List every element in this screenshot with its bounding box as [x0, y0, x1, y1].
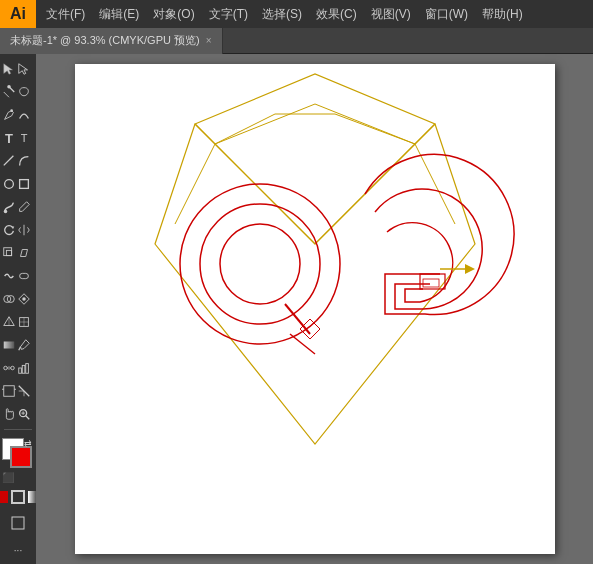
- paintbrush-tool[interactable]: [2, 196, 16, 218]
- line-tools-row: [2, 150, 34, 172]
- svg-rect-39: [28, 491, 36, 503]
- direct-selection-tool[interactable]: [17, 58, 31, 80]
- blend-tool[interactable]: [2, 357, 16, 379]
- curvature-tool[interactable]: [17, 104, 31, 126]
- svg-rect-37: [0, 491, 8, 503]
- arc-tool[interactable]: [17, 150, 31, 172]
- svg-line-1: [4, 92, 9, 97]
- magic-lasso-row: [2, 81, 34, 103]
- warp-tool[interactable]: [2, 265, 16, 287]
- svg-rect-6: [20, 180, 29, 189]
- type-tool[interactable]: T: [2, 127, 16, 149]
- selection-tool[interactable]: [2, 58, 16, 80]
- svg-rect-27: [4, 386, 15, 397]
- tab-close-button[interactable]: ×: [206, 35, 212, 46]
- eyedropper-tool[interactable]: [17, 334, 31, 356]
- svg-rect-38: [12, 491, 24, 503]
- menu-window[interactable]: 窗口(W): [419, 4, 474, 25]
- menu-bar: 文件(F) 编辑(E) 对象(O) 文字(T) 选择(S) 效果(C) 视图(V…: [36, 0, 533, 28]
- svg-marker-8: [12, 227, 15, 230]
- paint-tools-row: [2, 196, 34, 218]
- menu-effect[interactable]: 效果(C): [310, 4, 363, 25]
- menu-help[interactable]: 帮助(H): [476, 4, 529, 25]
- ellipse-tool[interactable]: [2, 173, 16, 195]
- scale-tool[interactable]: [2, 242, 16, 264]
- svg-point-43: [220, 224, 300, 304]
- artboard-tools-row: [2, 380, 34, 402]
- warp-tools-row: [2, 265, 34, 287]
- lasso-tool[interactable]: [17, 81, 31, 103]
- svg-marker-48: [465, 264, 475, 274]
- svg-rect-10: [6, 250, 11, 255]
- menu-type[interactable]: 文字(T): [203, 4, 254, 25]
- svg-rect-40: [12, 517, 24, 529]
- reflect-tool[interactable]: [17, 219, 31, 241]
- rotate-tool[interactable]: [2, 219, 16, 241]
- svg-rect-11: [4, 248, 12, 256]
- svg-rect-26: [26, 364, 29, 374]
- pen-tool[interactable]: [2, 104, 16, 126]
- gradient-tool[interactable]: [2, 334, 16, 356]
- shear-tool[interactable]: [17, 242, 31, 264]
- chart-tool[interactable]: [17, 357, 31, 379]
- svg-line-45: [290, 334, 315, 354]
- main-area: T T: [0, 54, 593, 564]
- swap-colors-icon[interactable]: ⇄: [24, 438, 32, 448]
- svg-line-21: [19, 347, 21, 351]
- rect-tool[interactable]: [17, 173, 31, 195]
- tab-bar: 未标题-1* @ 93.3% (CMYK/GPU 预览) ×: [0, 28, 593, 54]
- menu-view[interactable]: 视图(V): [365, 4, 417, 25]
- live-paint-tool[interactable]: [17, 288, 31, 310]
- document-tab[interactable]: 未标题-1* @ 93.3% (CMYK/GPU 预览) ×: [0, 28, 223, 54]
- app-logo: Ai: [0, 0, 36, 28]
- toolbar-divider: [4, 429, 32, 430]
- menu-file[interactable]: 文件(F): [40, 4, 91, 25]
- svg-line-4: [4, 156, 14, 166]
- svg-point-5: [5, 180, 14, 189]
- hand-tool[interactable]: [2, 403, 16, 425]
- pencil-tool[interactable]: [17, 196, 31, 218]
- artboard-tool[interactable]: [2, 380, 16, 402]
- toolbar: T T: [0, 54, 36, 564]
- svg-rect-12: [20, 273, 29, 278]
- shape-builder-tool[interactable]: [2, 288, 16, 310]
- svg-point-15: [22, 297, 26, 301]
- menu-edit[interactable]: 编辑(E): [93, 4, 145, 25]
- mesh-tool[interactable]: [17, 311, 31, 333]
- color-swatches[interactable]: ⬛ ⇄: [2, 438, 34, 483]
- canvas-area: [36, 54, 593, 564]
- selection-tools-row: [2, 58, 34, 80]
- svg-point-23: [11, 366, 15, 370]
- menu-object[interactable]: 对象(O): [147, 4, 200, 25]
- svg-point-42: [200, 204, 320, 324]
- slice-tool[interactable]: [17, 380, 31, 402]
- svg-point-7: [4, 210, 8, 214]
- menu-select[interactable]: 选择(S): [256, 4, 308, 25]
- more-tools[interactable]: ···: [4, 540, 32, 560]
- gradient-button[interactable]: [27, 490, 36, 504]
- reshape-tool[interactable]: [17, 265, 31, 287]
- magic-wand-tool[interactable]: [2, 81, 16, 103]
- title-bar: Ai 文件(F) 编辑(E) 对象(O) 文字(T) 选择(S) 效果(C) 视…: [0, 0, 593, 28]
- stroke-button[interactable]: [11, 490, 25, 504]
- line-segment-tool[interactable]: [2, 150, 16, 172]
- svg-point-3: [10, 109, 13, 112]
- shape-tools-row: [2, 173, 34, 195]
- artboard[interactable]: [75, 64, 555, 554]
- fill-button[interactable]: [0, 490, 9, 504]
- shapebuilder-tools-row: [2, 288, 34, 310]
- change-screen-mode[interactable]: [4, 513, 32, 533]
- perspective-grid-tool[interactable]: [2, 311, 16, 333]
- view-mode-area: [0, 490, 36, 504]
- blend-tools-row: [2, 357, 34, 379]
- gradient-tools-row: [2, 334, 34, 356]
- svg-rect-49: [423, 279, 439, 287]
- vertical-type-tool[interactable]: T: [17, 127, 31, 149]
- svg-rect-25: [22, 365, 25, 373]
- svg-line-44: [285, 304, 310, 334]
- scale-tools-row: [2, 242, 34, 264]
- zoom-tool[interactable]: [17, 403, 31, 425]
- reset-colors-icon[interactable]: ⬛: [2, 472, 14, 483]
- foreground-color-swatch[interactable]: [10, 446, 32, 468]
- tab-label: 未标题-1* @ 93.3% (CMYK/GPU 预览): [10, 33, 200, 48]
